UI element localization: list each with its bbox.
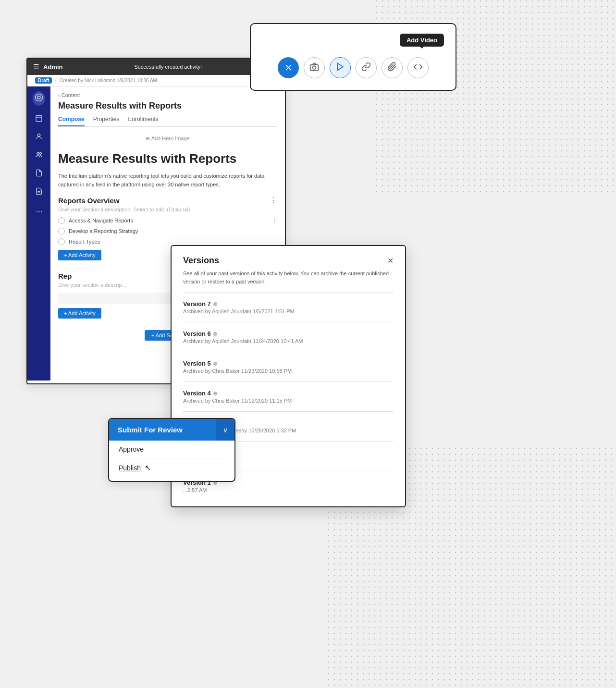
section1-header: Reports Overview ⋮ [58,197,277,205]
svg-marker-6 [337,63,343,70]
version-6-dot [213,332,217,336]
close-x-icon: ✕ [284,62,293,74]
sidebar-home-icon[interactable] [33,91,45,106]
sidebar-users-icon[interactable] [35,151,43,160]
tab-compose[interactable]: Compose [58,116,85,126]
cms-tabs: Compose Properties Enrollments [58,116,277,127]
camera-icon [309,62,319,74]
versions-description: See all of your past versions of this ac… [183,270,394,285]
activity-list: Access & Navigate Reports ⋮ Develop a Re… [58,217,277,245]
toolbar-icons-row: ✕ [262,57,444,78]
svg-rect-9 [36,116,42,122]
attachment-icon-button[interactable] [382,57,403,78]
svg-point-13 [37,134,40,136]
version-7-name: Version 7 [183,300,394,307]
code-icon [413,62,423,74]
add-activity-button-2[interactable]: + Add Activity [58,308,101,319]
activity-label: Report Types [69,239,100,245]
cms-sidebar: ··· [27,86,50,381]
svg-point-15 [39,152,41,154]
activity-circle-icon [58,217,65,224]
publish-dropdown-item[interactable]: Publish ↖ [113,458,231,477]
add-video-tooltip: Add Video [400,34,444,47]
version-item-4: Version 4 Archived by Chris Baker 11/12/… [183,386,394,407]
submit-for-review-button[interactable]: Submit For Review [109,419,216,441]
versions-close-button[interactable]: ✕ [387,256,394,265]
submit-panel: Submit For Review ∨ Approve Publish ↖ [108,418,235,482]
chevron-down-icon: ∨ [223,426,228,434]
list-item: Access & Navigate Reports ⋮ [58,217,277,224]
tab-enrollments[interactable]: Enrollments [128,116,158,126]
version-5-name: Version 5 [183,360,394,367]
play-icon [335,62,345,74]
version-7-meta: Archived by Aquilah Jourdain 1/5/2021 1:… [183,308,394,314]
draft-badge: Draft [35,77,52,84]
section1-desc: Give your section a description. Select … [58,207,277,212]
cms-draft-bar: Draft › Created by Nick Hollomon 1/6/202… [27,75,285,86]
tab-properties[interactable]: Properties [93,116,120,126]
activity-circle-icon [58,228,65,234]
version-item-6: Version 6 Archived by Aquilah Jourdain 1… [183,326,394,348]
cursor-icon: ↖ [145,463,151,472]
page-title: Measure Results with Reports [58,101,277,111]
version-item-7: Version 7 Archived by Aquilah Jourdain 1… [183,296,394,318]
cms-topbar: ☰ Admin Successfully created activity! ✕ [27,59,285,75]
draft-meta: Created by Nick Hollomon 1/6/2021 10:36 … [60,78,157,83]
activity-label: Access & Navigate Reports [69,218,133,223]
add-hero-image-btn[interactable]: ⊕ Add Hero Image [58,133,277,145]
article-title: Measure Results with Reports [58,151,277,166]
list-item: Develop a Reporting Strategy [58,228,277,234]
version-item-5: Version 5 Archived by Chris Baker 11/23/… [183,356,394,378]
sidebar-user-icon[interactable] [35,133,43,142]
versions-title: Versions [183,256,219,266]
section1-menu-icon[interactable]: ⋮ [270,197,277,204]
draft-arrow: › [55,78,57,84]
success-message: Successfully created activity! [134,64,202,70]
sidebar-calendar-icon[interactable] [35,114,43,124]
svg-point-7 [37,96,40,99]
section1-title: Reports Overview [58,197,120,205]
sidebar-more-icon[interactable]: ··· [36,206,42,217]
version-4-meta: Archived by Chris Baker 11/12/2020 11:15… [183,398,394,404]
list-item: Report Types [58,238,277,245]
version-4-dot [213,392,217,395]
breadcrumb[interactable]: ‹ Content [58,92,277,98]
submit-btn-row: Submit For Review ∨ [109,419,234,441]
hamburger-icon[interactable]: ☰ [33,63,39,71]
admin-title: Admin [43,63,62,71]
svg-point-5 [313,66,316,69]
submit-dropdown: Approve Publish ↖ [109,441,234,477]
section2-title: Rep [58,272,72,280]
activity-menu-icon[interactable]: ⋮ [272,218,277,224]
article-body: The Intellum platform's native reporting… [58,172,277,189]
version-5-meta: Archived by Chris Baker 11/23/2020 10:58… [183,368,394,374]
activity-label: Develop a Reporting Strategy [69,228,138,234]
code-icon-button[interactable] [407,57,429,78]
video-icon-button[interactable] [330,57,351,78]
add-activity-button-1[interactable]: + Add Activity [58,250,101,260]
versions-divider [183,292,394,293]
close-toolbar-button[interactable]: ✕ [278,57,299,78]
submit-chevron-button[interactable]: ∨ [216,419,234,441]
approve-dropdown-item[interactable]: Approve [113,441,231,458]
add-video-toolbar: Add Video ✕ [250,23,456,91]
camera-icon-button[interactable] [304,57,325,78]
link-icon [361,62,371,74]
version-5-dot [213,362,217,366]
version-4-name: Version 4 [183,390,394,397]
versions-header: Versions ✕ [183,256,394,266]
sidebar-doc-icon[interactable] [35,169,43,179]
version-6-name: Version 6 [183,330,394,337]
activity-circle-icon [58,238,65,245]
publish-label: Publish [119,464,141,472]
svg-point-14 [37,152,39,154]
link-icon-button[interactable] [356,57,377,78]
sidebar-report-icon[interactable] [35,187,43,197]
version-6-meta: Archived by Aquilah Jourdain 11/24/2020 … [183,338,394,344]
version-1-meta: ...6:57 AM [183,487,394,493]
svg-point-8 [36,94,43,101]
version-7-dot [213,302,217,306]
paperclip-icon [387,62,397,74]
